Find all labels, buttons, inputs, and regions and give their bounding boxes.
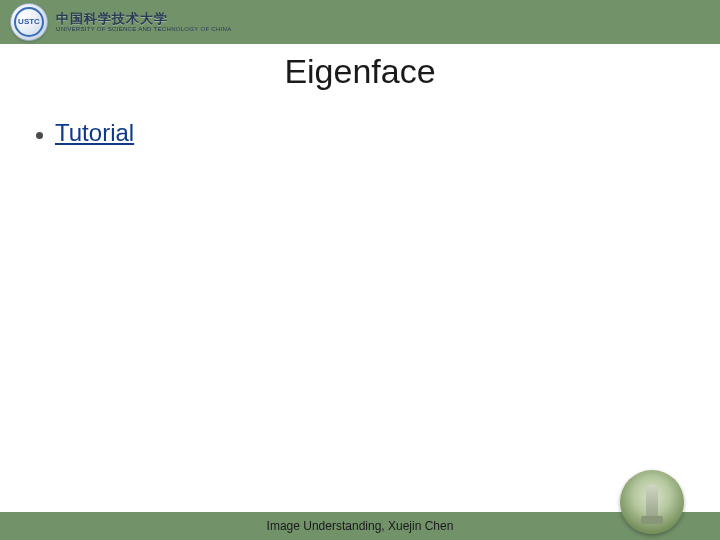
university-logo: USTC	[10, 3, 48, 41]
statue-image	[620, 470, 684, 534]
university-name-zh: 中国科学技术大学	[56, 12, 232, 26]
slide-content: Tutorial	[0, 91, 720, 147]
footer-bar: Image Understanding, Xuejin Chen	[0, 512, 720, 540]
university-name-block: 中国科学技术大学 UNIVERSITY OF SCIENCE AND TECHN…	[56, 12, 232, 32]
tutorial-link[interactable]: Tutorial	[55, 119, 134, 147]
university-name-en: UNIVERSITY OF SCIENCE AND TECHNOLOGY OF …	[56, 26, 232, 32]
header-bar: USTC 中国科学技术大学 UNIVERSITY OF SCIENCE AND …	[0, 0, 720, 44]
bullet-item: Tutorial	[36, 119, 684, 147]
bullet-dot-icon	[36, 132, 43, 139]
footer-text: Image Understanding, Xuejin Chen	[267, 519, 454, 533]
slide-title: Eigenface	[0, 52, 720, 91]
title-area: Eigenface	[0, 52, 720, 91]
